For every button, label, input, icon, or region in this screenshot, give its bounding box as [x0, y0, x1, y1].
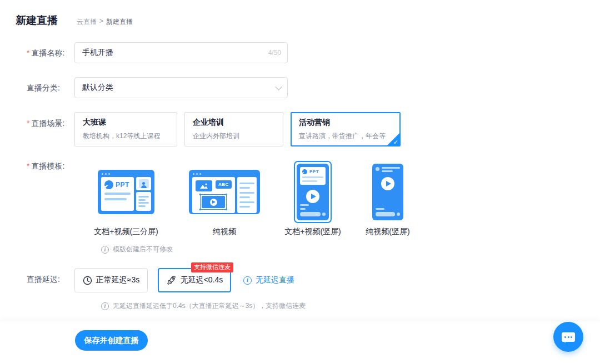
scene-card-title: 活动营销 — [299, 118, 392, 128]
video-player-icon — [200, 194, 227, 210]
text-tool-icon: ABC — [216, 180, 232, 189]
chat-list-icon — [237, 177, 257, 213]
live-category-label: 直播分类: — [27, 77, 74, 98]
scene-card-desc: 宣讲路演，带货推广，年会等 — [299, 132, 392, 141]
three-split-template-icon: PPT — [98, 170, 154, 214]
char-counter: 4/50 — [268, 49, 281, 57]
page-title: 新建直播 — [16, 13, 58, 28]
required-mark: * — [27, 161, 29, 170]
live-category-select[interactable]: 默认分类 — [74, 77, 288, 98]
scene-card-title: 大班课 — [83, 118, 169, 128]
pie-chart-icon — [103, 179, 116, 191]
create-live-page: 新建直播 云直播 > 新建直播 *直播名称: 4/50 直播分类: 默认分类 — [0, 0, 600, 364]
delay-option-zero[interactable]: 支持微信连麦 无延迟<0.4s — [158, 268, 231, 292]
template-note: i 模版创建后不可修改 — [101, 245, 600, 254]
template-name: 纯视频(竖屏) — [366, 227, 409, 237]
scene-card-event-marketing[interactable]: 活动营销 宣讲路演，带货推广，年会等 ✓ — [291, 112, 401, 146]
page-header: 新建直播 云直播 > 新建直播 — [0, 0, 600, 28]
portrait-doc-video-template-icon: PPT — [297, 164, 329, 220]
live-scene-label: *直播场景: — [27, 112, 74, 146]
required-mark: * — [27, 119, 29, 128]
template-option-pure-video: ABC 纯视频 — [178, 160, 271, 237]
portrait-video-template-icon — [372, 164, 403, 220]
live-name-input[interactable] — [74, 42, 288, 63]
clock-icon — [83, 276, 92, 285]
create-live-form: *直播名称: 4/50 直播分类: 默认分类 *直播场景: 大班课 教 — [0, 42, 600, 332]
scene-card-desc: 企业内外部培训 — [193, 132, 275, 141]
scene-card-title: 企业培训 — [193, 118, 275, 128]
window-dots-icon — [102, 173, 154, 175]
window-dots-icon — [193, 173, 260, 175]
template-name: 文档+视频(竖屏) — [284, 227, 341, 237]
play-icon — [306, 190, 319, 203]
ppt-label: PPT — [116, 181, 129, 189]
live-name-row: *直播名称: 4/50 — [27, 42, 600, 63]
template-option-pure-video-portrait: 纯视频(竖屏) — [354, 160, 421, 237]
chat-list-icon — [136, 192, 151, 211]
info-icon: i — [243, 276, 252, 285]
live-delay-label: 直播延迟: — [27, 268, 74, 292]
live-template-row: *直播模板: PPT — [27, 160, 600, 237]
live-delay-row: 直播延迟: 正常延迟≈3s 支持微信连麦 — [27, 268, 600, 292]
scene-card-list: 大班课 教培机构，k12等线上课程 企业培训 企业内外部培训 活动营销 宣讲路演… — [74, 112, 401, 146]
ppt-label: PPT — [309, 169, 319, 174]
template-doc-video-portrait-thumb[interactable]: PPT — [294, 160, 332, 224]
delay-options: 正常延迟≈3s 支持微信连麦 无延迟<0.4s — [74, 268, 294, 292]
template-list: PPT — [74, 160, 421, 237]
breadcrumb-parent[interactable]: 云直播 — [77, 17, 97, 27]
chat-input-icon — [376, 212, 400, 216]
chat-bubble-icon — [562, 332, 575, 342]
template-name: 纯视频 — [213, 227, 236, 237]
delay-option-normal[interactable]: 正常延迟≈3s — [74, 268, 148, 292]
template-note-text: 模版创建后不可修改 — [113, 245, 173, 254]
scene-card-large-class[interactable]: 大班课 教培机构，k12等线上课程 — [74, 112, 177, 146]
live-name-label: *直播名称: — [27, 42, 74, 63]
pie-chart-icon — [301, 168, 308, 175]
required-mark: * — [27, 48, 29, 57]
chat-input-icon — [300, 212, 326, 216]
template-doc-video-split-thumb[interactable]: PPT — [98, 160, 154, 224]
save-and-create-button[interactable]: 保存并创建直播 — [75, 330, 148, 351]
template-option-doc-video-split: PPT — [74, 160, 178, 237]
live-scene-row: *直播场景: 大班课 教培机构，k12等线上课程 企业培训 企业内外部培训 活动… — [27, 112, 600, 146]
live-category-row: 直播分类: 默认分类 — [27, 77, 600, 98]
template-pure-video-portrait-thumb[interactable] — [372, 160, 403, 224]
form-footer: 保存并创建直播 — [0, 321, 600, 364]
delay-note-text: 无延迟直播延迟低于0.4s（大直播正常延迟～3s），支持微信连麦 — [113, 301, 306, 311]
live-name-input-wrap: 4/50 — [74, 42, 288, 63]
delay-note: i 无延迟直播延迟低于0.4s（大直播正常延迟～3s），支持微信连麦 — [101, 301, 600, 311]
no-delay-link-text: 无延迟直播 — [256, 275, 294, 285]
template-pure-video-thumb[interactable]: ABC — [189, 160, 260, 224]
no-delay-live-link[interactable]: i 无延迟直播 — [243, 275, 294, 285]
streamer-info-icon — [376, 167, 400, 172]
selected-template-frame: PPT — [294, 161, 332, 223]
play-icon — [381, 177, 394, 190]
template-option-doc-video-portrait: PPT — [271, 160, 354, 237]
customer-service-chat-button[interactable] — [553, 322, 583, 352]
image-icon — [196, 180, 212, 191]
chevron-down-icon — [275, 83, 282, 90]
info-icon: i — [101, 302, 109, 310]
info-icon: i — [101, 246, 109, 254]
template-name: 文档+视频(三分屏) — [94, 227, 158, 237]
check-icon: ✓ — [393, 139, 398, 145]
delay-option-text: 无延迟<0.4s — [181, 275, 223, 285]
breadcrumb-current: 新建直播 — [106, 17, 133, 27]
rocket-icon — [166, 275, 177, 286]
live-template-label: *直播模板: — [27, 160, 74, 237]
breadcrumb: 云直播 > 新建直播 — [77, 17, 133, 27]
scene-card-desc: 教培机构，k12等线上课程 — [83, 132, 169, 141]
wechat-badge: 支持微信连麦 — [191, 262, 233, 272]
presenter-avatar-icon — [136, 177, 151, 190]
delay-option-text: 正常延迟≈3s — [96, 275, 139, 285]
pure-video-template-icon: ABC — [189, 170, 260, 214]
breadcrumb-separator: > — [99, 17, 103, 27]
scene-card-enterprise-training[interactable]: 企业培训 企业内外部培训 — [184, 112, 283, 146]
live-category-value: 默认分类 — [82, 83, 113, 93]
